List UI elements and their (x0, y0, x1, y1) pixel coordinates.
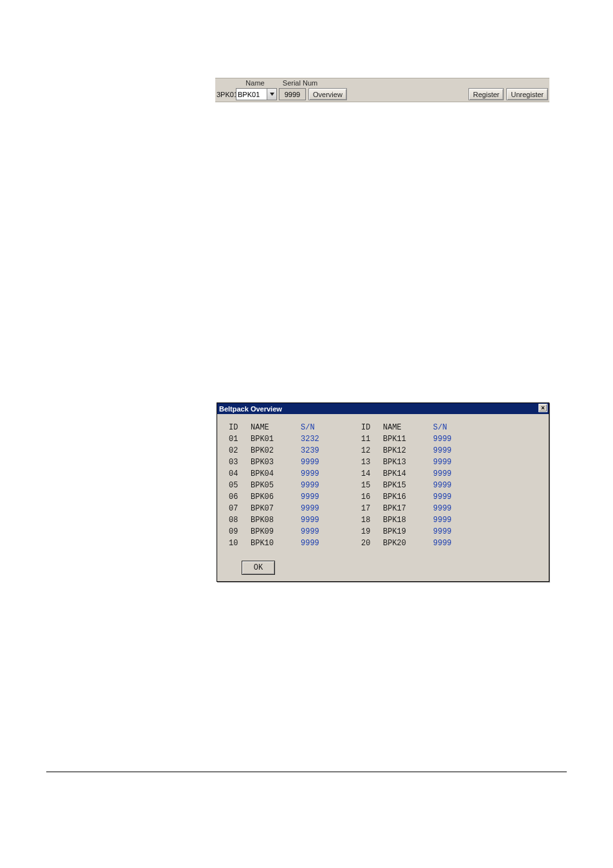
row-sn: 9999 (301, 504, 333, 513)
row-name: BPK08 (251, 516, 301, 525)
row-name: BPK14 (383, 469, 433, 478)
unregister-button-label: Unregister (511, 91, 544, 98)
row-sn: 3232 (301, 435, 333, 444)
table-row: 07BPK079999 (229, 503, 333, 514)
overview-button-label: Overview (313, 91, 342, 98)
header-name: NAME (251, 423, 301, 432)
row-sn: 9999 (433, 481, 465, 490)
row-id: 07 (229, 504, 251, 513)
header-id: ID (229, 423, 251, 432)
row-name: BPK06 (251, 493, 301, 502)
table-row: 16BPK169999 (361, 491, 465, 503)
row-sn: 9999 (433, 458, 465, 467)
unregister-button[interactable]: Unregister (506, 88, 548, 100)
table-row: 05BPK059999 (229, 480, 333, 491)
row-id: 11 (361, 435, 383, 444)
beltpack-id-cell: 3PK01 (215, 89, 236, 100)
row-id: 19 (361, 527, 383, 536)
row-id: 03 (229, 458, 251, 467)
row-sn: 9999 (301, 539, 333, 548)
dialog-title: Beltpack Overview (219, 405, 282, 413)
row-id: 10 (229, 539, 251, 548)
beltpack-overview-dialog: Beltpack Overview × ID NAME S/N 01BPK013… (217, 402, 549, 582)
beltpack-toolbar: Name Serial Num 3PK01 BPK01 9999 Overvie… (215, 78, 549, 102)
chevron-down-icon[interactable] (267, 89, 276, 100)
overview-columns: ID NAME S/N 01BPK013232 02BPK023239 03BP… (229, 422, 545, 549)
serial-num-value: 9999 (285, 91, 300, 98)
close-button[interactable]: × (538, 404, 547, 412)
row-name: BPK13 (383, 458, 433, 467)
toolbar-row: 3PK01 BPK01 9999 Overview Register Unreg… (215, 88, 549, 100)
table-row: 20BPK209999 (361, 538, 465, 549)
row-sn: 9999 (301, 516, 333, 525)
row-sn: 3239 (301, 446, 333, 455)
row-sn: 9999 (433, 516, 465, 525)
row-id: 13 (361, 458, 383, 467)
row-id: 06 (229, 493, 251, 502)
header-id: ID (361, 423, 383, 432)
row-name: BPK03 (251, 458, 301, 467)
row-name: BPK02 (251, 446, 301, 455)
close-icon: × (541, 404, 545, 411)
row-id: 01 (229, 435, 251, 444)
serial-num-field[interactable]: 9999 (279, 88, 306, 100)
row-id: 12 (361, 446, 383, 455)
name-header: Name (235, 79, 276, 87)
row-sn: 9999 (301, 481, 333, 490)
dialog-body: ID NAME S/N 01BPK013232 02BPK023239 03BP… (217, 414, 549, 581)
page-divider (46, 772, 567, 772)
row-sn: 9999 (433, 504, 465, 513)
row-name: BPK11 (383, 435, 433, 444)
column-header: ID NAME S/N (361, 422, 465, 433)
row-name: BPK04 (251, 469, 301, 478)
serial-num-header: Serial Num (280, 79, 321, 87)
row-name: BPK09 (251, 527, 301, 536)
row-sn: 9999 (433, 435, 465, 444)
row-name: BPK10 (251, 539, 301, 548)
row-sn: 9999 (433, 493, 465, 502)
row-id: 15 (361, 481, 383, 490)
overview-button[interactable]: Overview (308, 88, 347, 100)
header-sn: S/N (433, 423, 465, 432)
ok-button-label: OK (254, 563, 263, 572)
row-id: 20 (361, 539, 383, 548)
row-name: BPK19 (383, 527, 433, 536)
row-id: 09 (229, 527, 251, 536)
row-name: BPK18 (383, 516, 433, 525)
row-id: 16 (361, 493, 383, 502)
overview-right-column: ID NAME S/N 11BPK119999 12BPK129999 13BP… (361, 422, 465, 549)
row-id: 14 (361, 469, 383, 478)
row-name: BPK05 (251, 481, 301, 490)
table-row: 01BPK013232 (229, 433, 333, 445)
table-row: 17BPK179999 (361, 503, 465, 514)
table-row: 12BPK129999 (361, 445, 465, 457)
ok-button[interactable]: OK (242, 561, 275, 575)
header-sn: S/N (301, 423, 333, 432)
table-row: 18BPK189999 (361, 514, 465, 526)
table-row: 02BPK023239 (229, 445, 333, 457)
table-row: 04BPK049999 (229, 468, 333, 480)
name-combobox-value: BPK01 (238, 91, 260, 98)
row-name: BPK15 (383, 481, 433, 490)
table-row: 03BPK039999 (229, 457, 333, 468)
table-row: 06BPK069999 (229, 491, 333, 503)
row-sn: 9999 (433, 527, 465, 536)
table-row: 14BPK149999 (361, 468, 465, 480)
row-name: BPK12 (383, 446, 433, 455)
dialog-titlebar: Beltpack Overview × (217, 403, 549, 414)
table-row: 11BPK119999 (361, 433, 465, 445)
row-sn: 9999 (433, 446, 465, 455)
row-name: BPK07 (251, 504, 301, 513)
row-sn: 9999 (301, 527, 333, 536)
name-combobox[interactable]: BPK01 (236, 88, 277, 100)
row-id: 17 (361, 504, 383, 513)
register-button-group: Register Unregister (466, 88, 549, 100)
row-sn: 9999 (301, 493, 333, 502)
register-button[interactable]: Register (468, 88, 504, 100)
id-header-blank (215, 79, 235, 87)
row-name: BPK01 (251, 435, 301, 444)
row-id: 05 (229, 481, 251, 490)
overview-left-column: ID NAME S/N 01BPK013232 02BPK023239 03BP… (229, 422, 333, 549)
table-row: 08BPK089999 (229, 514, 333, 526)
toolbar-headers: Name Serial Num (215, 79, 549, 87)
